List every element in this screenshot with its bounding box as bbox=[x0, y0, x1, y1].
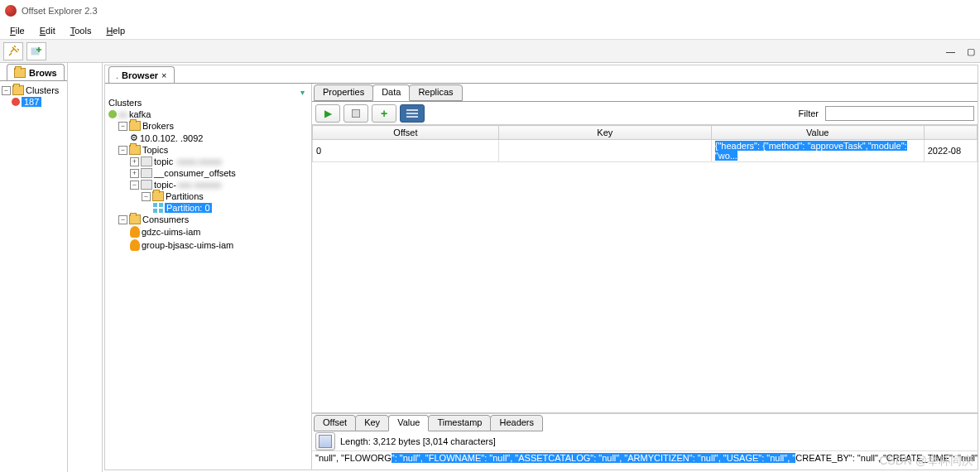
consumer-icon bbox=[130, 239, 140, 251]
maximize-button[interactable]: ▢ bbox=[967, 46, 975, 57]
red-status-icon bbox=[12, 98, 20, 106]
center-gutter bbox=[68, 63, 103, 472]
tree-partitions[interactable]: − Partitions bbox=[107, 190, 310, 202]
tab-data[interactable]: Data bbox=[372, 84, 410, 101]
left-browser-tab-label: Brows bbox=[29, 68, 57, 78]
menu-file[interactable]: File bbox=[3, 24, 31, 37]
tab-headers[interactable]: Headers bbox=[490, 415, 543, 431]
menu-edit[interactable]: Edit bbox=[33, 24, 62, 37]
dropdown-icon[interactable]: ▾ bbox=[300, 88, 305, 97]
svg-rect-3 bbox=[153, 209, 157, 213]
cell-value: {"headers": {"method": "approveTask","mo… bbox=[711, 140, 924, 162]
stop-button[interactable] bbox=[343, 104, 368, 123]
folder-icon bbox=[12, 85, 24, 95]
main-panel: . Browser × ▾ Clusters xxkafka − Brokers bbox=[104, 65, 978, 470]
tab-key[interactable]: Key bbox=[355, 415, 389, 431]
tree-topic-1[interactable]: + topic-xxxx-xxxxx bbox=[107, 156, 310, 167]
expand-icon[interactable]: − bbox=[142, 192, 151, 201]
expand-icon[interactable]: − bbox=[2, 86, 11, 95]
toolbar bbox=[0, 40, 980, 63]
tree-broker-node[interactable]: ⚙ 10.0.102. .9092 bbox=[107, 132, 310, 144]
length-label: Length: 3,212 bytes [3,014 characters] bbox=[340, 436, 496, 446]
app-icon bbox=[5, 5, 17, 17]
save-button[interactable] bbox=[315, 432, 335, 450]
window-controls: — ▢ bbox=[946, 46, 975, 57]
close-icon[interactable]: × bbox=[161, 70, 166, 80]
plus-icon: + bbox=[381, 107, 387, 120]
detail-toolbar: Length: 3,212 bytes [3,014 characters] bbox=[312, 431, 978, 451]
svg-rect-1 bbox=[153, 203, 157, 207]
filter-input[interactable] bbox=[825, 106, 974, 121]
topic-icon bbox=[141, 180, 152, 190]
tree-topics[interactable]: − Topics bbox=[107, 144, 310, 156]
tree-root[interactable]: Clusters bbox=[107, 97, 310, 108]
data-table: Offset Key Value 0 {"headers": {"method"… bbox=[312, 125, 978, 413]
cluster-tree: ▾ Clusters xxkafka − Brokers ⚙ 10.0.102.… bbox=[105, 84, 312, 470]
cell-key bbox=[498, 140, 711, 162]
expand-icon[interactable]: − bbox=[118, 122, 127, 131]
tree-topic-2[interactable]: + __consumer_offsets bbox=[107, 167, 310, 179]
add-button[interactable]: + bbox=[372, 104, 396, 123]
app-title: Offset Explorer 2.3 bbox=[22, 6, 98, 16]
topic-icon bbox=[141, 168, 152, 178]
tree-consumer-1[interactable]: gdzc-uims-iam bbox=[107, 225, 310, 238]
expand-icon[interactable]: − bbox=[118, 146, 127, 155]
table-row[interactable]: 0 {"headers": {"method": "approveTask","… bbox=[313, 140, 978, 162]
folder-icon bbox=[152, 191, 164, 201]
col-offset[interactable]: Offset bbox=[313, 126, 499, 140]
cluster-badge: 187 bbox=[22, 97, 41, 107]
partition-0-selected: Partition: 0 bbox=[165, 203, 212, 213]
green-status-icon bbox=[108, 110, 117, 118]
toolbar-plug-icon[interactable] bbox=[3, 42, 23, 60]
menu-help[interactable]: Help bbox=[99, 24, 132, 37]
tree-consumers[interactable]: − Consumers bbox=[107, 214, 310, 225]
left-browser-tab[interactable]: Brows bbox=[7, 64, 65, 80]
folder-icon bbox=[14, 68, 26, 78]
tree-cluster[interactable]: xxkafka bbox=[107, 108, 310, 120]
svg-rect-4 bbox=[159, 209, 163, 213]
stop-icon bbox=[352, 109, 360, 118]
tree-label: Clusters bbox=[26, 85, 59, 95]
folder-icon bbox=[129, 121, 141, 131]
expand-icon[interactable]: + bbox=[130, 157, 139, 166]
tree-brokers[interactable]: − Brokers bbox=[107, 120, 310, 132]
expand-icon[interactable]: − bbox=[118, 215, 127, 224]
col-key[interactable]: Key bbox=[498, 126, 711, 140]
folder-icon bbox=[129, 214, 141, 224]
col-value[interactable]: Value bbox=[711, 126, 924, 140]
inner-browser-tab-label: Browser bbox=[122, 70, 158, 80]
topic-icon bbox=[141, 157, 152, 166]
tree-topic-3[interactable]: − topic-xxx xxxxxx bbox=[107, 179, 310, 190]
consumer-icon bbox=[130, 226, 140, 238]
menubar: File Edit Tools Help bbox=[0, 22, 980, 40]
minimize-button[interactable]: — bbox=[946, 46, 955, 57]
play-button[interactable]: ▶ bbox=[315, 104, 340, 123]
left-sidebar: Brows − Clusters 187 bbox=[0, 63, 68, 472]
tab-properties[interactable]: Properties bbox=[314, 84, 373, 101]
gear-icon: ⚙ bbox=[130, 132, 138, 143]
expand-icon[interactable]: + bbox=[130, 169, 139, 178]
left-tree: − Clusters 187 bbox=[0, 81, 67, 111]
tab-value[interactable]: Value bbox=[388, 415, 429, 431]
tree-row-clusters[interactable]: − Clusters bbox=[0, 84, 67, 96]
tab-offset[interactable]: Offset bbox=[314, 415, 356, 431]
tab-replicas[interactable]: Replicas bbox=[409, 84, 462, 101]
play-icon: ▶ bbox=[324, 108, 332, 119]
tree-consumer-2[interactable]: group-bjsasc-uims-iam bbox=[107, 238, 310, 252]
folder-icon bbox=[129, 145, 141, 155]
data-toolbar: ▶ + Filter bbox=[312, 102, 978, 125]
data-panel: Properties Data Replicas ▶ + Filter bbox=[312, 84, 978, 470]
toolbar-add-cluster-icon[interactable] bbox=[26, 42, 46, 60]
expand-icon[interactable]: − bbox=[130, 181, 139, 190]
settings-button[interactable] bbox=[400, 104, 425, 123]
menu-tools[interactable]: Tools bbox=[64, 24, 98, 37]
inner-browser-tab[interactable]: . Browser × bbox=[108, 66, 175, 83]
detail-value-text[interactable]: "null", "FLOWORG": "null", "FLOWNAME": "… bbox=[312, 451, 978, 470]
property-tabs: Properties Data Replicas bbox=[312, 84, 978, 102]
partition-icon bbox=[153, 203, 163, 213]
tab-timestamp[interactable]: Timestamp bbox=[428, 415, 491, 431]
tree-partition-0[interactable]: Partition: 0 bbox=[107, 202, 310, 214]
tree-row-cluster[interactable]: 187 bbox=[0, 96, 67, 108]
detail-tabs: Offset Key Value Timestamp Headers bbox=[312, 413, 978, 431]
svg-rect-2 bbox=[159, 203, 163, 207]
